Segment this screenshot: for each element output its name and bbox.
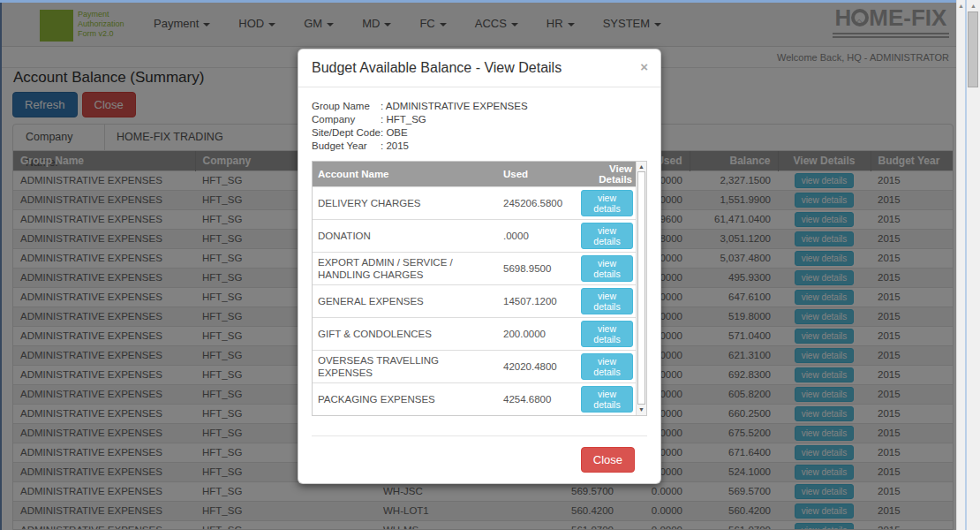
field-value: : OBE [381, 126, 408, 140]
modal-table-row: OVERSEAS TRAVELLING EXPENSES42020.4800vi… [313, 351, 646, 383]
field-value: : 2015 [381, 140, 409, 153]
scroll-down-icon[interactable]: ▼ [637, 405, 646, 414]
field-label: Site/Dept Code [312, 126, 381, 140]
modal-body: Group Name: ADMINISTRATIVE EXPENSESCompa… [298, 87, 660, 483]
used-cell: .0000 [498, 220, 576, 253]
modal-close-button[interactable]: Close [581, 447, 635, 473]
window-scrollbar[interactable]: ▲ [967, 0, 980, 530]
modal-column-header-account-name: Account Name [313, 162, 498, 187]
modal-column-header-used: Used [498, 162, 576, 187]
used-cell: 14507.1200 [498, 285, 576, 318]
used-cell: 200.0000 [498, 318, 576, 351]
used-cell: 245206.5800 [498, 187, 576, 220]
account-name-cell: PACKAGING EXPENSES [313, 383, 498, 416]
scrollbars: ▲ ▲ [956, 0, 980, 530]
modal-field-budget-year: Budget Year: 2015 [312, 140, 647, 153]
modal-table-row: GIFT & CONDOLENCES200.0000view details [313, 318, 646, 351]
modal-table-row: PACKAGING EXPENSES4254.6800view details [313, 383, 646, 416]
modal-table-wrap: Account NameUsedView Details DELIVERY CH… [312, 161, 647, 416]
modal-fields: Group Name: ADMINISTRATIVE EXPENSESCompa… [312, 100, 647, 153]
account-name-cell: EXPORT ADMIN / SERVICE / HANDLING CHARGE… [313, 253, 498, 285]
field-label: Budget Year [312, 140, 381, 153]
field-value: : HFT_SG [381, 113, 426, 126]
modal-account-table: Account NameUsedView Details DELIVERY CH… [313, 162, 646, 415]
view-details-button[interactable]: view details [581, 255, 633, 282]
view-details-button[interactable]: view details [581, 223, 633, 249]
modal-field-company: Company: HFT_SG [312, 113, 647, 126]
account-name-cell: GENERAL EXPENSES [313, 285, 498, 318]
window-chrome-top [0, 0, 956, 3]
budget-balance-modal: Budget Available Balance - View Details … [298, 49, 661, 484]
view-details-button[interactable]: view details [581, 386, 633, 413]
view-details-button[interactable]: view details [581, 190, 633, 216]
modal-close-icon[interactable]: × [640, 59, 648, 74]
scroll-up-icon[interactable]: ▲ [957, 2, 965, 11]
scroll-up-icon[interactable]: ▲ [637, 163, 646, 171]
modal-title: Budget Available Balance - View Details [312, 60, 647, 76]
used-cell: 4254.6800 [498, 383, 576, 416]
account-name-cell: OVERSEAS TRAVELLING EXPENSES [313, 351, 498, 383]
modal-footer: Close [312, 435, 647, 483]
modal-table-header-row: Account NameUsedView Details [313, 162, 646, 187]
modal-table-row: DELIVERY CHARGES245206.5800view details [313, 187, 646, 220]
field-label: Group Name [312, 100, 381, 113]
scrollbar-thumb[interactable] [637, 171, 645, 405]
modal-table-scrollbar[interactable]: ▲ ▼ [636, 162, 646, 415]
used-cell: 5698.9500 [498, 253, 576, 285]
modal-table-row: GENERAL EXPENSES14507.1200view details [313, 285, 646, 318]
scroll-up-icon[interactable]: ▲ [967, 2, 980, 11]
modal-table-row: DONATION.0000view details [313, 220, 646, 253]
inner-page-scrollbar[interactable]: ▲ [956, 0, 965, 530]
view-details-button[interactable]: view details [581, 321, 633, 347]
scrollbar-thumb[interactable] [968, 11, 978, 87]
modal-table-row: EXPORT ADMIN / SERVICE / HANDLING CHARGE… [313, 253, 646, 285]
account-name-cell: GIFT & CONDOLENCES [313, 318, 498, 351]
account-name-cell: DONATION [313, 220, 498, 253]
modal-header: Budget Available Balance - View Details … [298, 49, 660, 87]
modal-field-group-name: Group Name: ADMINISTRATIVE EXPENSES [312, 100, 647, 113]
field-value: : ADMINISTRATIVE EXPENSES [381, 100, 528, 113]
field-label: Company [312, 113, 381, 126]
account-name-cell: DELIVERY CHARGES [313, 187, 498, 220]
modal-field-site-dept-code: Site/Dept Code: OBE [312, 126, 647, 140]
view-details-button[interactable]: view details [581, 288, 633, 314]
view-details-button[interactable]: view details [581, 353, 633, 380]
used-cell: 42020.4800 [498, 351, 576, 383]
